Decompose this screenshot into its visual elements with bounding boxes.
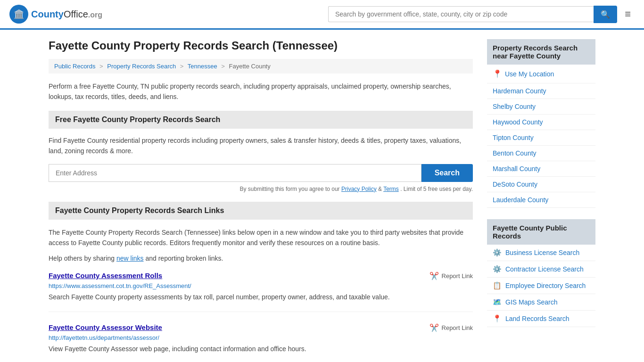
form-note: By submitting this form you agree to our… — [49, 186, 473, 192]
assessment-rolls-title[interactable]: Fayette County Assessment Rolls — [49, 272, 162, 280]
nearby-counties-list: Hardeman County Shelby County Haywood Co… — [487, 83, 595, 208]
breadcrumb-sep-3: > — [221, 63, 225, 70]
logo[interactable]: 🏛️ CountyOffice.org — [9, 5, 102, 24]
header-search-area: 🔍 ≡ — [328, 6, 635, 23]
location-icon: 📍 — [493, 69, 502, 78]
gis-maps-link[interactable]: GIS Maps Search — [505, 298, 558, 306]
haywood-county-link[interactable]: Haywood County — [493, 118, 543, 126]
list-item: Lauderdale County — [487, 192, 595, 208]
contractor-license-link[interactable]: Contractor License Search — [505, 265, 584, 273]
content-area: Fayette County Property Records Search (… — [49, 39, 473, 362]
contractor-license-icon: ⚙️ — [493, 265, 502, 273]
list-item: Hardeman County — [487, 83, 595, 99]
list-item: 📋 Employee Directory Search — [487, 278, 595, 294]
report-link-btn-2[interactable]: ✂️ Report Link — [429, 323, 473, 332]
link-item-assessment-rolls: Fayette County Assessment Rolls ✂️ Repor… — [49, 272, 473, 312]
list-item: ⚙️ Contractor License Search — [487, 261, 595, 278]
report-icon-1: ✂️ — [429, 272, 439, 280]
gis-maps-icon: 🗺️ — [493, 298, 502, 306]
list-item: 📍 Land Records Search — [487, 311, 595, 327]
assessment-rolls-desc: Search Fayette County property assessmen… — [49, 292, 473, 302]
business-license-link[interactable]: Business License Search — [505, 249, 579, 256]
breadcrumb-public-records[interactable]: Public Records — [54, 63, 95, 70]
new-links-link[interactable]: new links — [116, 255, 144, 262]
link-item-header-1: Fayette County Assessment Rolls ✂️ Repor… — [49, 272, 473, 280]
list-item: Tipton County — [487, 130, 595, 146]
land-records-icon: 📍 — [493, 314, 502, 323]
form-note-suffix: . Limit of 5 free uses per day. — [400, 186, 473, 192]
reporting-note: and reporting broken links. — [145, 255, 223, 262]
privacy-policy-link[interactable]: Privacy Policy — [341, 186, 377, 192]
nearby-section-header: Property Records Search near Fayette Cou… — [487, 39, 595, 65]
use-location: 📍 Use My Location — [487, 65, 595, 83]
public-records-header: Fayette County Public Records — [487, 219, 595, 245]
site-header: 🏛️ CountyOffice.org 🔍 ≡ — [0, 0, 644, 30]
report-link-label-2: Report Link — [442, 324, 473, 331]
links-section-header: Fayette County Property Records Search L… — [49, 202, 473, 220]
menu-icon: ≡ — [625, 8, 631, 20]
breadcrumb-sep-2: > — [180, 63, 184, 70]
marshall-county-link[interactable]: Marshall County — [493, 165, 540, 173]
new-links-note: Help others by sharing new links and rep… — [49, 255, 473, 262]
assessment-rolls-url: https://www.assessment.cot.tn.gov/RE_Ass… — [49, 282, 473, 289]
page-title: Fayette County Property Records Search (… — [49, 39, 473, 52]
list-item: Shelby County — [487, 99, 595, 115]
use-my-location-link[interactable]: Use My Location — [505, 70, 554, 78]
list-item: Benton County — [487, 146, 595, 161]
new-links-prefix: Help others by sharing — [49, 255, 115, 262]
lauderdale-county-link[interactable]: Lauderdale County — [493, 196, 548, 204]
breadcrumb-property-search[interactable]: Property Records Search — [107, 63, 176, 70]
free-search-description: Find Fayette County residential property… — [49, 135, 473, 156]
list-item: DeSoto County — [487, 177, 595, 192]
employee-directory-icon: 📋 — [493, 281, 502, 290]
link-item-header-2: Fayette County Assessor Website ✂️ Repor… — [49, 323, 473, 332]
header-search-input[interactable] — [328, 6, 594, 22]
search-icon: 🔍 — [601, 10, 610, 18]
form-note-prefix: By submitting this form you agree to our — [240, 186, 340, 192]
nearby-counties-section: Property Records Search near Fayette Cou… — [487, 39, 595, 208]
breadcrumb-sep-1: > — [99, 63, 103, 70]
land-records-link[interactable]: Land Records Search — [505, 315, 569, 322]
list-item: ⚙️ Business License Search — [487, 245, 595, 261]
assessor-website-title[interactable]: Fayette County Assessor Website — [49, 323, 162, 331]
address-search-row: Search — [49, 164, 473, 182]
business-license-icon: ⚙️ — [493, 248, 502, 257]
assessor-website-desc: View Fayette County Assessor web page, i… — [49, 344, 473, 354]
desoto-county-link[interactable]: DeSoto County — [493, 181, 537, 188]
logo-icon: 🏛️ — [9, 5, 28, 24]
list-item: Marshall County — [487, 161, 595, 177]
shelby-county-link[interactable]: Shelby County — [493, 103, 536, 110]
address-input[interactable] — [49, 164, 421, 182]
assessor-website-url: http://fayettetn.us/departments/assessor… — [49, 334, 473, 341]
report-link-btn-1[interactable]: ✂️ Report Link — [429, 272, 473, 280]
address-search-button[interactable]: Search — [421, 164, 473, 182]
list-item: Haywood County — [487, 115, 595, 130]
benton-county-link[interactable]: Benton County — [493, 149, 537, 157]
terms-link[interactable]: Terms — [383, 186, 399, 192]
page-description: Perform a free Fayette County, TN public… — [49, 81, 473, 102]
sidebar: Property Records Search near Fayette Cou… — [487, 39, 595, 362]
public-records-section: Fayette County Public Records ⚙️ Busines… — [487, 219, 595, 327]
report-link-label-1: Report Link — [442, 272, 473, 280]
main-container: Fayette County Property Records Search (… — [39, 30, 605, 362]
breadcrumb-fayette: Fayette County — [229, 63, 271, 70]
list-item: 🗺️ GIS Maps Search — [487, 294, 595, 311]
breadcrumb: Public Records > Property Records Search… — [49, 59, 473, 74]
links-section: Fayette County Property Records Search L… — [49, 202, 473, 362]
form-note-and: & — [378, 186, 383, 192]
links-description: The Fayette County Property Records Sear… — [49, 227, 473, 248]
link-item-assessor-website: Fayette County Assessor Website ✂️ Repor… — [49, 323, 473, 362]
header-search-button[interactable]: 🔍 — [594, 6, 617, 23]
tipton-county-link[interactable]: Tipton County — [493, 134, 534, 141]
logo-text: CountyOffice.org — [31, 9, 102, 20]
free-search-header: Free Fayette County Property Records Sea… — [49, 111, 473, 129]
breadcrumb-tennessee[interactable]: Tennessee — [188, 63, 217, 70]
hardeman-county-link[interactable]: Hardeman County — [493, 87, 546, 95]
report-icon-2: ✂️ — [429, 323, 439, 332]
hamburger-menu-button[interactable]: ≡ — [621, 6, 635, 22]
public-records-list: ⚙️ Business License Search ⚙️ Contractor… — [487, 245, 595, 327]
employee-directory-link[interactable]: Employee Directory Search — [505, 282, 586, 289]
